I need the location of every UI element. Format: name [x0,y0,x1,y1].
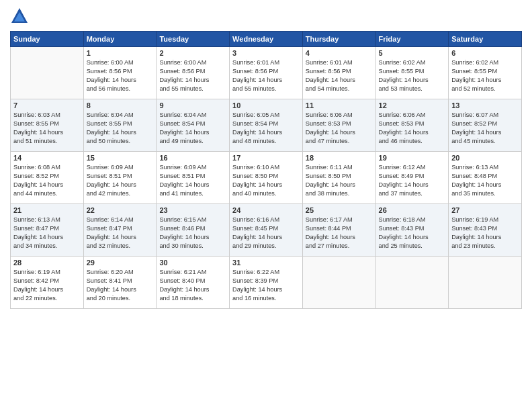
day-info: Sunrise: 6:08 AMSunset: 8:52 PMDaylight:… [13,163,81,198]
day-number: 3 [232,49,300,57]
day-number: 12 [379,101,446,109]
calendar-cell: 13Sunrise: 6:07 AMSunset: 8:52 PMDayligh… [449,99,522,152]
day-info: Sunrise: 6:02 AMSunset: 8:55 PMDaylight:… [379,58,446,93]
day-info: Sunrise: 6:20 AMSunset: 8:41 PMDaylight:… [87,268,154,303]
calendar-cell: 11Sunrise: 6:06 AMSunset: 8:53 PMDayligh… [302,99,375,152]
day-info: Sunrise: 6:05 AMSunset: 8:54 PMDaylight:… [232,111,300,146]
logo-icon [10,7,29,26]
day-info: Sunrise: 6:04 AMSunset: 8:55 PMDaylight:… [87,111,154,146]
day-number: 13 [451,101,519,109]
day-number: 6 [451,49,519,57]
calendar-cell [11,47,84,99]
logo [10,7,32,26]
day-number: 11 [306,101,373,109]
day-number: 15 [87,154,154,162]
calendar-cell: 10Sunrise: 6:05 AMSunset: 8:54 PMDayligh… [230,99,303,152]
weekday-header: Friday [375,32,449,47]
day-info: Sunrise: 6:00 AMSunset: 8:56 PMDaylight:… [159,58,226,93]
calendar-cell: 28Sunrise: 6:19 AMSunset: 8:42 PMDayligh… [11,257,84,309]
day-info: Sunrise: 6:12 AMSunset: 8:49 PMDaylight:… [379,163,446,198]
day-number: 23 [159,206,226,214]
day-info: Sunrise: 6:14 AMSunset: 8:47 PMDaylight:… [87,216,154,250]
calendar-cell: 30Sunrise: 6:21 AMSunset: 8:40 PMDayligh… [157,257,230,309]
weekday-header: Sunday [11,32,84,47]
calendar-cell [375,257,449,309]
day-info: Sunrise: 6:21 AMSunset: 8:40 PMDaylight:… [159,268,226,303]
calendar-week-row: 7Sunrise: 6:03 AMSunset: 8:55 PMDaylight… [11,99,522,152]
calendar-cell: 9Sunrise: 6:04 AMSunset: 8:54 PMDaylight… [157,99,230,152]
day-info: Sunrise: 6:02 AMSunset: 8:55 PMDaylight:… [451,58,519,93]
day-info: Sunrise: 6:06 AMSunset: 8:53 PMDaylight:… [379,111,446,146]
weekday-header: Tuesday [157,32,230,47]
calendar-cell: 8Sunrise: 6:04 AMSunset: 8:55 PMDaylight… [83,99,157,152]
day-number: 4 [306,49,373,57]
day-number: 1 [87,49,154,57]
day-number: 30 [159,259,226,267]
calendar-cell: 4Sunrise: 6:01 AMSunset: 8:56 PMDaylight… [302,47,375,99]
calendar-cell: 2Sunrise: 6:00 AMSunset: 8:56 PMDaylight… [157,47,230,99]
day-number: 24 [232,206,300,214]
day-info: Sunrise: 6:01 AMSunset: 8:56 PMDaylight:… [306,58,373,93]
day-number: 21 [13,206,81,214]
calendar-cell: 23Sunrise: 6:15 AMSunset: 8:46 PMDayligh… [157,204,230,257]
weekday-header: Saturday [449,32,522,47]
calendar-cell: 20Sunrise: 6:13 AMSunset: 8:48 PMDayligh… [449,152,522,204]
calendar-cell: 26Sunrise: 6:18 AMSunset: 8:43 PMDayligh… [375,204,449,257]
day-number: 22 [87,206,154,214]
calendar-cell: 6Sunrise: 6:02 AMSunset: 8:55 PMDaylight… [449,47,522,99]
calendar-cell: 21Sunrise: 6:13 AMSunset: 8:47 PMDayligh… [11,204,84,257]
day-number: 10 [232,101,300,109]
day-number: 8 [87,101,154,109]
day-info: Sunrise: 6:19 AMSunset: 8:43 PMDaylight:… [451,216,519,250]
calendar-cell: 12Sunrise: 6:06 AMSunset: 8:53 PMDayligh… [375,99,449,152]
day-info: Sunrise: 6:13 AMSunset: 8:48 PMDaylight:… [451,163,519,198]
calendar-cell: 7Sunrise: 6:03 AMSunset: 8:55 PMDaylight… [11,99,84,152]
day-info: Sunrise: 6:10 AMSunset: 8:50 PMDaylight:… [232,163,300,198]
calendar-week-row: 21Sunrise: 6:13 AMSunset: 8:47 PMDayligh… [11,204,522,257]
calendar-cell: 22Sunrise: 6:14 AMSunset: 8:47 PMDayligh… [83,204,157,257]
day-number: 14 [13,154,81,162]
day-number: 28 [13,259,81,267]
calendar-week-row: 14Sunrise: 6:08 AMSunset: 8:52 PMDayligh… [11,152,522,204]
calendar-cell: 15Sunrise: 6:09 AMSunset: 8:51 PMDayligh… [83,152,157,204]
day-number: 19 [379,154,446,162]
calendar-cell: 3Sunrise: 6:01 AMSunset: 8:56 PMDaylight… [230,47,303,99]
day-info: Sunrise: 6:07 AMSunset: 8:52 PMDaylight:… [451,111,519,146]
calendar: SundayMondayTuesdayWednesdayThursdayFrid… [10,31,522,309]
calendar-cell: 29Sunrise: 6:20 AMSunset: 8:41 PMDayligh… [83,257,157,309]
day-number: 20 [451,154,519,162]
calendar-week-row: 1Sunrise: 6:00 AMSunset: 8:56 PMDaylight… [11,47,522,99]
day-info: Sunrise: 6:06 AMSunset: 8:53 PMDaylight:… [306,111,373,146]
weekday-header: Wednesday [230,32,303,47]
day-info: Sunrise: 6:15 AMSunset: 8:46 PMDaylight:… [159,216,226,250]
calendar-cell: 24Sunrise: 6:16 AMSunset: 8:45 PMDayligh… [230,204,303,257]
day-info: Sunrise: 6:19 AMSunset: 8:42 PMDaylight:… [13,268,81,303]
day-number: 17 [232,154,300,162]
calendar-cell [302,257,375,309]
day-number: 27 [451,206,519,214]
day-number: 7 [13,101,81,109]
calendar-cell: 25Sunrise: 6:17 AMSunset: 8:44 PMDayligh… [302,204,375,257]
calendar-cell [449,257,522,309]
calendar-cell: 14Sunrise: 6:08 AMSunset: 8:52 PMDayligh… [11,152,84,204]
weekday-header-row: SundayMondayTuesdayWednesdayThursdayFrid… [11,32,522,47]
calendar-cell: 18Sunrise: 6:11 AMSunset: 8:50 PMDayligh… [302,152,375,204]
day-info: Sunrise: 6:17 AMSunset: 8:44 PMDaylight:… [306,216,373,250]
day-info: Sunrise: 6:18 AMSunset: 8:43 PMDaylight:… [379,216,446,250]
calendar-cell: 27Sunrise: 6:19 AMSunset: 8:43 PMDayligh… [449,204,522,257]
day-info: Sunrise: 6:09 AMSunset: 8:51 PMDaylight:… [159,163,226,198]
day-number: 26 [379,206,446,214]
calendar-cell: 5Sunrise: 6:02 AMSunset: 8:55 PMDaylight… [375,47,449,99]
day-info: Sunrise: 6:16 AMSunset: 8:45 PMDaylight:… [232,216,300,250]
day-number: 9 [159,101,226,109]
day-info: Sunrise: 6:09 AMSunset: 8:51 PMDaylight:… [87,163,154,198]
day-number: 29 [87,259,154,267]
page: SundayMondayTuesdayWednesdayThursdayFrid… [0,0,532,411]
day-number: 18 [306,154,373,162]
day-info: Sunrise: 6:22 AMSunset: 8:39 PMDaylight:… [232,268,300,303]
day-number: 5 [379,49,446,57]
day-info: Sunrise: 6:01 AMSunset: 8:56 PMDaylight:… [232,58,300,93]
calendar-cell: 31Sunrise: 6:22 AMSunset: 8:39 PMDayligh… [230,257,303,309]
calendar-cell: 17Sunrise: 6:10 AMSunset: 8:50 PMDayligh… [230,152,303,204]
calendar-cell: 19Sunrise: 6:12 AMSunset: 8:49 PMDayligh… [375,152,449,204]
